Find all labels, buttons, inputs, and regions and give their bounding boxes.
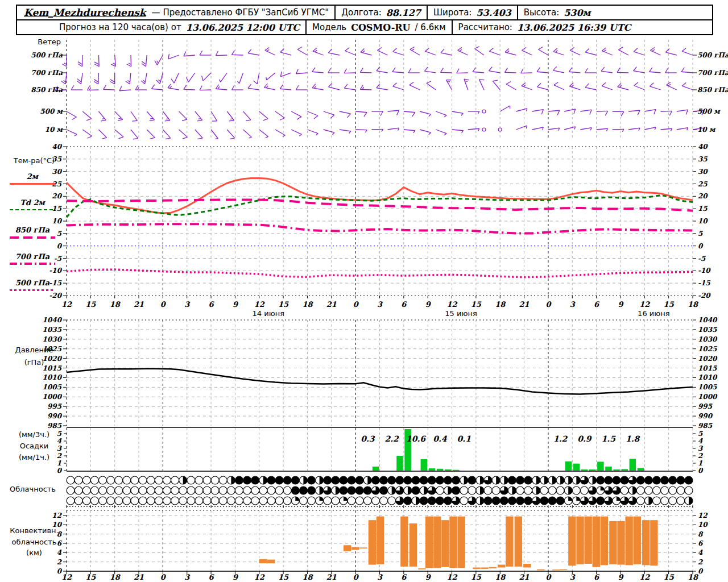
svg-text:1015: 1015 bbox=[698, 364, 717, 372]
svg-text:14 июня: 14 июня bbox=[253, 309, 284, 318]
wind-row-label-850hpa: 850 гПа bbox=[697, 86, 728, 94]
svg-text:4: 4 bbox=[698, 437, 703, 445]
svg-text:1040: 1040 bbox=[43, 316, 63, 324]
svg-text:0: 0 bbox=[57, 242, 63, 250]
svg-text:18: 18 bbox=[688, 573, 699, 581]
wind-row-label-10m: 10 м bbox=[11, 126, 63, 134]
svg-text:1010: 1010 bbox=[698, 373, 718, 381]
legend-label-700: 700 гПа bbox=[7, 252, 58, 261]
svg-text:40: 40 bbox=[52, 143, 62, 151]
wind-row-label-500hpa: 500 гПа bbox=[697, 51, 728, 59]
svg-text:-10: -10 bbox=[49, 267, 62, 275]
svg-text:3: 3 bbox=[184, 573, 190, 581]
svg-text:21: 21 bbox=[134, 300, 144, 309]
svg-text:15: 15 bbox=[278, 300, 289, 309]
svg-text:3: 3 bbox=[184, 300, 190, 309]
svg-text:12: 12 bbox=[639, 573, 650, 581]
svg-text:5: 5 bbox=[698, 230, 703, 238]
svg-text:3: 3 bbox=[570, 573, 576, 581]
cloud-panel bbox=[67, 476, 693, 508]
svg-text:1020: 1020 bbox=[698, 355, 718, 363]
legend-label-500: 500 гПа bbox=[7, 278, 58, 287]
svg-text:1005: 1005 bbox=[698, 383, 717, 391]
precip-panel: 5544332211000.32.210.60.40.11.20.91.51.8 bbox=[57, 428, 704, 475]
svg-text:-20: -20 bbox=[698, 292, 711, 300]
svg-text:-5: -5 bbox=[698, 255, 706, 263]
wind-barbs-panel bbox=[55, 40, 704, 140]
svg-text:3: 3 bbox=[377, 573, 383, 581]
svg-text:30: 30 bbox=[698, 168, 708, 176]
svg-text:6: 6 bbox=[594, 573, 600, 581]
svg-text:15: 15 bbox=[85, 573, 96, 581]
svg-text:15: 15 bbox=[471, 573, 482, 581]
svg-text:12: 12 bbox=[698, 512, 708, 519]
svg-text:15: 15 bbox=[85, 300, 96, 309]
svg-text:5: 5 bbox=[698, 430, 703, 438]
svg-text:0: 0 bbox=[698, 567, 704, 575]
svg-text:21: 21 bbox=[326, 573, 337, 581]
svg-text:2: 2 bbox=[698, 452, 704, 460]
svg-text:0: 0 bbox=[57, 467, 63, 475]
svg-text:1030: 1030 bbox=[43, 335, 63, 343]
svg-text:1025: 1025 bbox=[698, 345, 717, 353]
svg-text:990: 990 bbox=[698, 412, 713, 420]
svg-text:1000: 1000 bbox=[698, 393, 718, 401]
svg-text:2: 2 bbox=[698, 558, 704, 566]
wind-row-label-500m: 500 м bbox=[11, 107, 63, 115]
svg-text:15: 15 bbox=[664, 300, 675, 309]
conv-panel-title-3: (км) bbox=[6, 548, 63, 557]
svg-text:-10: -10 bbox=[698, 267, 711, 275]
svg-text:1: 1 bbox=[698, 459, 702, 467]
precip-units-1h: (мм/1ч.) bbox=[6, 453, 63, 462]
temp-panel-title: Тем-ра(°C) bbox=[6, 156, 63, 165]
svg-text:990: 990 bbox=[47, 412, 63, 420]
temperature-panel: 40403535303025252020151510105500-5-5-10-… bbox=[49, 143, 711, 300]
svg-text:40: 40 bbox=[698, 143, 708, 151]
svg-text:1035: 1035 bbox=[698, 326, 717, 334]
svg-text:985: 985 bbox=[698, 422, 713, 430]
svg-text:1.8: 1.8 bbox=[626, 434, 640, 443]
svg-text:1.5: 1.5 bbox=[602, 434, 617, 443]
svg-text:0: 0 bbox=[698, 467, 704, 475]
svg-text:1030: 1030 bbox=[698, 335, 718, 343]
pressure-panel-title: Давление bbox=[6, 346, 63, 354]
svg-text:15: 15 bbox=[698, 205, 708, 213]
svg-text:9: 9 bbox=[233, 573, 239, 581]
svg-text:1005: 1005 bbox=[43, 383, 62, 391]
svg-text:20: 20 bbox=[698, 192, 708, 200]
legend-label-2m: 2м bbox=[7, 172, 58, 181]
svg-text:12: 12 bbox=[254, 573, 265, 581]
svg-text:0: 0 bbox=[698, 242, 704, 250]
svg-text:12: 12 bbox=[61, 300, 72, 309]
svg-text:12: 12 bbox=[61, 573, 72, 581]
svg-text:995: 995 bbox=[47, 402, 62, 410]
svg-text:3: 3 bbox=[698, 444, 704, 452]
svg-text:15: 15 bbox=[278, 573, 289, 581]
svg-text:12: 12 bbox=[446, 300, 457, 309]
svg-text:0: 0 bbox=[545, 300, 552, 309]
svg-text:10: 10 bbox=[52, 217, 62, 225]
svg-text:0.9: 0.9 bbox=[577, 434, 592, 443]
svg-text:12: 12 bbox=[639, 300, 650, 309]
svg-text:21: 21 bbox=[134, 573, 144, 581]
legend-line-td2m bbox=[10, 209, 55, 210]
precip-units-3h: (мм/3ч.) bbox=[6, 430, 63, 439]
svg-text:15 июня: 15 июня bbox=[445, 309, 477, 318]
x-axis-labels-top: 1215182103691215182103691215182103691215… bbox=[61, 296, 699, 318]
svg-text:9: 9 bbox=[425, 573, 432, 581]
meteogram-svg: 40403535303025252020151510105500-5-5-10-… bbox=[0, 0, 728, 582]
svg-text:2: 2 bbox=[57, 558, 63, 566]
svg-text:21: 21 bbox=[326, 300, 337, 309]
wind-row-label-700hpa: 700 гПа bbox=[697, 69, 728, 77]
legend-label-td2m: Td 2м bbox=[7, 198, 58, 207]
wind-row-label-10m: 10 м bbox=[697, 126, 715, 134]
svg-text:18: 18 bbox=[302, 573, 313, 581]
svg-text:1000: 1000 bbox=[43, 393, 63, 401]
svg-text:3: 3 bbox=[377, 300, 383, 309]
svg-text:0: 0 bbox=[545, 573, 552, 581]
svg-text:10.6: 10.6 bbox=[406, 434, 426, 443]
svg-text:18: 18 bbox=[495, 573, 506, 581]
svg-text:0: 0 bbox=[160, 573, 167, 581]
svg-text:0: 0 bbox=[160, 300, 167, 309]
convective-panel: 121210108866442200 bbox=[52, 510, 708, 575]
